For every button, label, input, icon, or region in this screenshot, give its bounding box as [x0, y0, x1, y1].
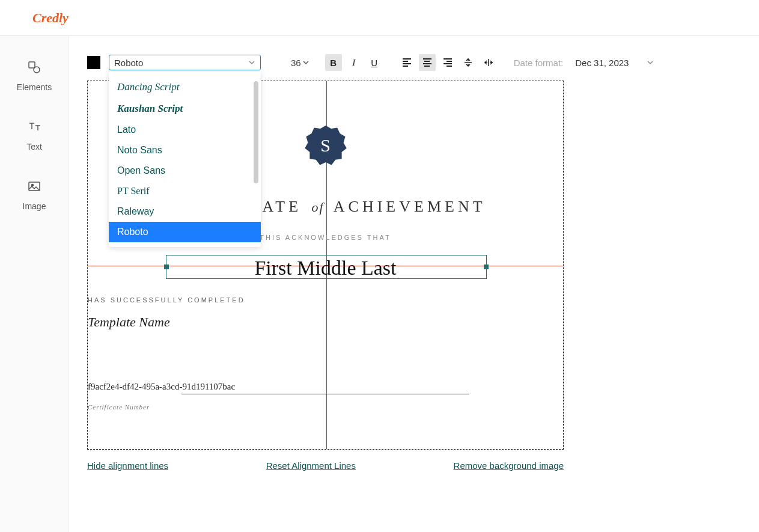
font-size-value: 36 [291, 58, 301, 68]
underline-button[interactable]: U [366, 54, 383, 71]
halign-center-icon [484, 58, 493, 67]
svg-rect-0 [29, 62, 35, 68]
reset-alignment-link[interactable]: Reset Alignment Lines [266, 460, 356, 471]
font-option-open-sans[interactable]: Open Sans [109, 161, 261, 181]
title-post: ACHIEVEMENT [334, 198, 486, 215]
font-size-select[interactable]: 36 [291, 58, 309, 68]
font-option-raleway[interactable]: Raleway [109, 201, 261, 222]
title-of: of [312, 200, 325, 215]
align-group [398, 54, 497, 71]
italic-button[interactable]: I [346, 54, 362, 71]
bold-button[interactable]: B [325, 54, 342, 71]
certificate-number-label: Certificate Number [88, 403, 563, 411]
font-option-dancing-script[interactable]: Dancing Script [109, 76, 261, 98]
hide-alignment-link[interactable]: Hide alignment lines [87, 460, 168, 471]
sidebar: Elements Text Image [0, 36, 69, 532]
sidebar-item-label: Elements [17, 82, 52, 92]
template-name-field[interactable]: Template Name [88, 314, 563, 330]
certificate-number-line [181, 394, 469, 394]
font-option-kaushan-script[interactable]: Kaushan Script [109, 98, 261, 120]
toolbar: Roboto Dancing Script Kaushan Script Lat… [87, 50, 741, 75]
app-header: Credly [0, 0, 759, 36]
date-format-label: Date format: [514, 58, 564, 68]
valign-center-icon [463, 58, 473, 67]
font-option-lato[interactable]: Lato [109, 120, 261, 140]
sidebar-item-elements[interactable]: Elements [17, 60, 52, 92]
align-center-button[interactable] [419, 54, 436, 71]
remove-background-link[interactable]: Remove background image [454, 460, 564, 471]
date-format-value: Dec 31, 2023 [575, 58, 629, 68]
dropdown-scrollbar[interactable] [254, 81, 258, 183]
chevron-down-icon [248, 58, 255, 68]
logo: Credly [32, 10, 69, 26]
align-left-button[interactable] [398, 54, 415, 71]
completed-text: HAS SUCCESSFULLY COMPLETED [88, 296, 563, 304]
sidebar-item-label: Image [23, 201, 46, 211]
valign-center-button[interactable] [460, 54, 477, 71]
font-option-pt-serif[interactable]: PT Serif [109, 181, 261, 201]
date-format-select[interactable]: Dec 31, 2023 [575, 58, 654, 68]
align-right-button[interactable] [439, 54, 456, 71]
chevron-down-icon [302, 58, 309, 68]
badge: S [303, 123, 348, 168]
image-icon [27, 179, 41, 195]
recipient-name-field[interactable]: First Middle Last [88, 257, 563, 280]
svg-point-1 [34, 67, 40, 73]
text-icon [27, 120, 41, 136]
editor: Roboto Dancing Script Kaushan Script Lat… [69, 36, 759, 532]
font-select-value: Roboto [114, 58, 143, 68]
sidebar-item-text[interactable]: Text [26, 120, 42, 151]
bottom-links: Hide alignment lines Reset Alignment Lin… [87, 460, 564, 471]
align-left-icon [403, 58, 411, 67]
align-center-icon [423, 58, 431, 67]
font-select-wrap: Roboto Dancing Script Kaushan Script Lat… [109, 55, 261, 70]
sidebar-item-label: Text [26, 142, 42, 151]
style-group: B I U [325, 54, 383, 71]
font-option-roboto[interactable]: Roboto [109, 222, 261, 242]
chevron-down-icon [647, 58, 654, 68]
sidebar-item-image[interactable]: Image [23, 179, 46, 211]
halign-center-button[interactable] [480, 54, 497, 71]
badge-letter: S [320, 135, 331, 156]
font-select[interactable]: Roboto [109, 55, 261, 70]
elements-icon [27, 60, 41, 76]
main: Elements Text Image Roboto [0, 36, 759, 532]
font-option-noto-sans[interactable]: Noto Sans [109, 140, 261, 161]
font-dropdown: Dancing Script Kaushan Script Lato Noto … [109, 72, 261, 247]
certificate-number: f9acf2e4-df42-495a-a3cd-91d191107bac [88, 382, 563, 392]
color-picker[interactable] [87, 56, 100, 69]
align-right-icon [444, 58, 452, 67]
